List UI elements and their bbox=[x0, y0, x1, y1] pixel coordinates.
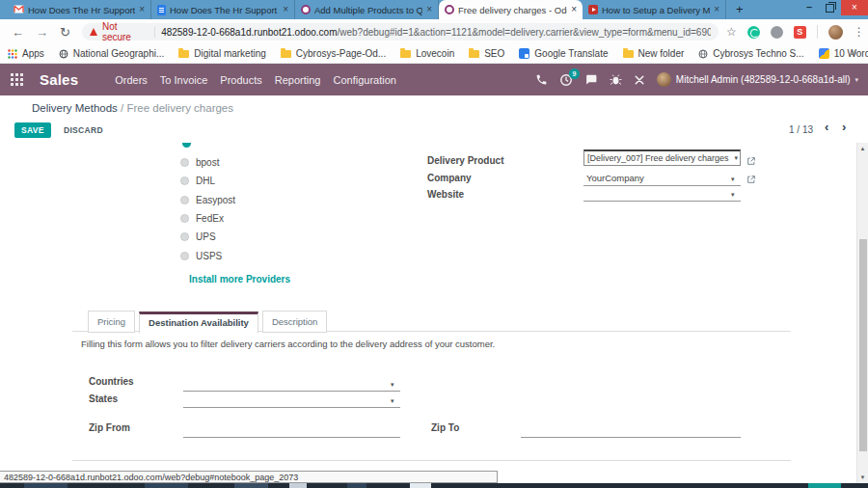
provider-radio-bpost[interactable]: bpost bbox=[180, 155, 219, 169]
new-tab-button[interactable]: + bbox=[736, 0, 744, 19]
scrollbar-thumb[interactable] bbox=[859, 239, 867, 451]
provider-radio-dhl[interactable]: DHL bbox=[180, 174, 215, 187]
external-link-icon[interactable] bbox=[746, 171, 756, 188]
dropdown-caret-icon[interactable]: ▾ bbox=[731, 176, 735, 183]
bookmark-google-translate[interactable]: Google Translate bbox=[519, 48, 608, 59]
vertical-scrollbar[interactable]: ▲ ▼ bbox=[856, 143, 868, 483]
breadcrumb-delivery-methods[interactable]: Delivery Methods bbox=[32, 102, 118, 114]
browser-tab-strip: How Does The Hr Support Busi × How Does … bbox=[0, 0, 868, 19]
tab-pricing[interactable]: Pricing bbox=[88, 311, 135, 333]
dropdown-caret-icon[interactable]: ▾ bbox=[391, 381, 394, 389]
bug-icon[interactable] bbox=[610, 73, 622, 86]
browser-tab-docs[interactable]: How Does The Hr Support Busi × bbox=[151, 0, 295, 19]
taskbar[interactable] bbox=[0, 483, 868, 488]
discard-button[interactable]: DISCARD bbox=[64, 125, 103, 135]
menu-to-invoice[interactable]: To Invoice bbox=[160, 74, 208, 86]
scroll-down-icon[interactable]: ▼ bbox=[857, 474, 868, 480]
chat-icon[interactable] bbox=[584, 73, 598, 86]
bookmark-folder-seo[interactable]: SEO bbox=[469, 48, 504, 59]
maximize-button[interactable] bbox=[826, 4, 834, 13]
profile-avatar[interactable] bbox=[828, 25, 843, 40]
taskbar-segment bbox=[289, 483, 307, 488]
provider-radio-easypost[interactable]: Easypost bbox=[180, 193, 235, 206]
menu-products[interactable]: Products bbox=[220, 74, 261, 86]
address-bar[interactable]: Not secure 482589-12-0-668a1d.runbot21.o… bbox=[82, 23, 719, 41]
tab-destination-availability[interactable]: Destination Availability bbox=[139, 312, 258, 334]
provider-radio-fedex[interactable]: FedEx bbox=[180, 211, 224, 225]
provider-radio-usps[interactable]: USPS bbox=[180, 249, 222, 262]
browser-toolbar: ← → ↻ Not secure 482589-12-0-668a1d.runb… bbox=[0, 19, 868, 44]
minimize-button[interactable]: – bbox=[806, 1, 812, 13]
forward-icon[interactable]: → bbox=[36, 25, 48, 40]
install-more-providers-link[interactable]: Install more Providers bbox=[189, 274, 290, 285]
taskbar-segment bbox=[234, 483, 268, 488]
breadcrumb-current: Free delivery charges bbox=[126, 102, 233, 114]
browser-tab-odoo-quotation[interactable]: Add Multiple Products to Quota × bbox=[295, 0, 439, 19]
bookmark-10-words[interactable]: 10 Words to Make... bbox=[819, 48, 868, 59]
provider-radio-ups[interactable]: UPS bbox=[180, 230, 216, 243]
bookmark-apps[interactable]: Apps bbox=[8, 48, 44, 59]
extension-icon[interactable] bbox=[771, 26, 783, 39]
phone-icon[interactable] bbox=[535, 73, 548, 86]
not-secure-label[interactable]: Not secure bbox=[102, 21, 149, 42]
activity-clock-icon[interactable]: 9 bbox=[559, 73, 573, 87]
back-icon[interactable]: ← bbox=[12, 25, 24, 40]
apps-grid-icon bbox=[8, 49, 17, 59]
window-close-button[interactable]: × bbox=[841, 0, 868, 15]
zip-from-input[interactable] bbox=[183, 426, 400, 438]
zip-to-input[interactable] bbox=[521, 426, 741, 438]
dropdown-caret-icon[interactable]: ▾ bbox=[391, 397, 394, 405]
close-icon[interactable]: × bbox=[714, 5, 719, 14]
states-input[interactable] bbox=[183, 396, 400, 408]
browser-tab-video[interactable]: How to Setup a Delivery Metho × bbox=[583, 0, 726, 19]
countries-input[interactable] bbox=[183, 380, 400, 392]
dropdown-caret-icon[interactable]: ▾ bbox=[734, 154, 738, 162]
bookmarks-overflow-icon[interactable]: » bbox=[851, 46, 856, 58]
chevron-down-icon: ▾ bbox=[854, 76, 858, 84]
odoo-navbar: Sales Orders To Invoice Products Reporti… bbox=[0, 64, 868, 95]
destination-availability-note: Filling this form allows you to filter d… bbox=[81, 339, 495, 349]
pager-previous-icon[interactable]: ‹ bbox=[825, 120, 828, 134]
company-input[interactable] bbox=[583, 175, 741, 186]
user-menu[interactable]: Mitchell Admin (482589-12-0-668a1d-all) … bbox=[657, 72, 858, 87]
menu-orders[interactable]: Orders bbox=[115, 74, 148, 86]
dropdown-caret-icon[interactable]: ▾ bbox=[731, 191, 735, 199]
bookmark-natgeo[interactable]: National Geographi... bbox=[59, 48, 165, 59]
external-link-icon[interactable] bbox=[746, 152, 756, 170]
s-extension-icon[interactable]: S bbox=[794, 26, 806, 39]
bookmark-star-icon[interactable]: ☆ bbox=[726, 25, 737, 39]
delivery-product-input[interactable]: [Delivery_007] Free delivery charges ▾ bbox=[583, 149, 741, 166]
sheet-bottom-divider bbox=[72, 460, 791, 461]
bookmark-folder-digital-marketing[interactable]: Digital marketing bbox=[178, 48, 265, 59]
folder-icon bbox=[469, 50, 479, 58]
developer-tools-icon[interactable] bbox=[634, 74, 645, 86]
scroll-up-icon[interactable]: ▲ bbox=[857, 146, 868, 151]
browser-tab-gmail[interactable]: How Does The Hr Support Busi × bbox=[8, 0, 151, 19]
close-icon[interactable]: × bbox=[283, 5, 288, 14]
close-icon[interactable]: × bbox=[571, 5, 577, 14]
app-name[interactable]: Sales bbox=[40, 71, 78, 88]
close-icon[interactable]: × bbox=[139, 5, 145, 14]
pager-next-icon[interactable]: › bbox=[842, 120, 846, 134]
reload-icon[interactable]: ↻ bbox=[60, 25, 70, 40]
close-icon[interactable]: × bbox=[426, 5, 432, 14]
save-button[interactable]: SAVE bbox=[14, 122, 51, 138]
bookmark-folder-lovecoin[interactable]: Lovecoin bbox=[400, 48, 454, 59]
countries-label: Countries bbox=[89, 376, 134, 387]
bookmark-cybrosys-techno[interactable]: Cybrosys Techno S... bbox=[698, 48, 803, 59]
not-secure-warning-icon bbox=[90, 28, 97, 36]
menu-reporting[interactable]: Reporting bbox=[275, 74, 321, 86]
bookmark-folder-new[interactable]: New folder bbox=[623, 48, 685, 59]
radio-icon bbox=[180, 158, 189, 167]
folder-icon bbox=[178, 50, 189, 58]
browser-tab-active[interactable]: Free delivery charges - Odoo × bbox=[439, 0, 583, 19]
tab-description[interactable]: Description bbox=[262, 311, 328, 333]
browser-menu-icon[interactable]: ⋮ bbox=[854, 25, 865, 39]
menu-configuration[interactable]: Configuration bbox=[333, 74, 395, 86]
grammarly-extension-icon[interactable] bbox=[747, 26, 760, 39]
google-docs-icon bbox=[157, 5, 166, 15]
apps-menu-icon[interactable] bbox=[11, 73, 23, 86]
zip-to-label: Zip To bbox=[431, 422, 459, 433]
website-input[interactable] bbox=[583, 190, 741, 202]
bookmark-folder-cybrosys-page[interactable]: Cybrosys-Page-Od... bbox=[281, 48, 386, 59]
